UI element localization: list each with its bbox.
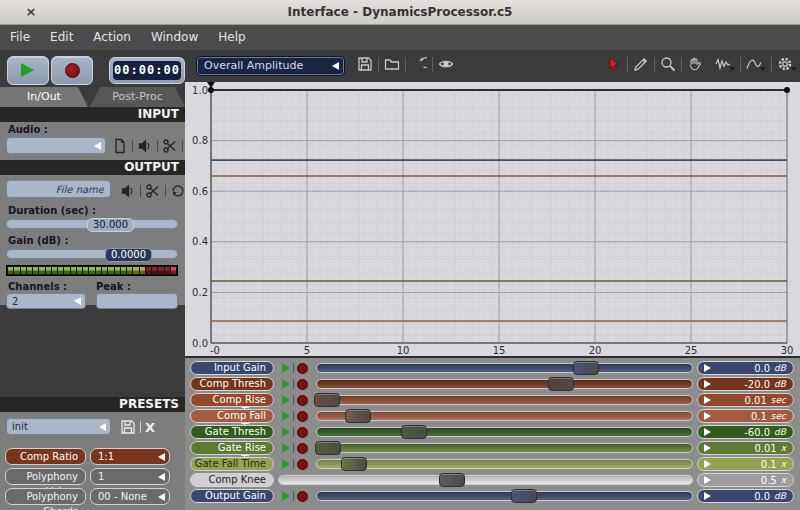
channels-select[interactable]: 2: [6, 293, 86, 309]
param-select-polyphony-voices[interactable]: 1: [90, 468, 170, 485]
menu-item-edit[interactable]: Edit: [40, 25, 83, 50]
audio-select[interactable]: [6, 137, 106, 154]
slider-handle[interactable]: [341, 457, 367, 471]
menu-item-window[interactable]: Window: [141, 25, 208, 50]
record-icon[interactable]: [297, 363, 308, 374]
play-icon[interactable]: [282, 395, 290, 405]
delete-preset-button[interactable]: X: [145, 420, 155, 435]
param-value-gate-fall-time[interactable]: 0.1x: [697, 457, 794, 471]
slider-track[interactable]: [278, 475, 693, 485]
play-icon[interactable]: [282, 443, 290, 453]
slider-handle[interactable]: [548, 377, 574, 391]
param-slider-gate-thresh[interactable]: [316, 425, 693, 439]
amplitude-chart[interactable]: -0510152025300.00.20.40.60.81.0: [185, 82, 800, 358]
param-label-gate-rise-time[interactable]: Gate Rise Time: [190, 441, 274, 455]
param-slider-output-gain[interactable]: [316, 489, 693, 503]
slider-track[interactable]: [316, 411, 693, 421]
param-select-comp-ratio[interactable]: 1:1: [90, 448, 170, 465]
param-slider-gate-fall-time[interactable]: [316, 457, 693, 471]
file-name-field[interactable]: File name: [6, 180, 111, 198]
curve-selector[interactable]: Overall Amplitude: [197, 57, 344, 75]
play-icon[interactable]: [282, 411, 290, 421]
undo-icon[interactable]: [411, 56, 427, 72]
param-label-output-gain[interactable]: Output Gain: [190, 489, 274, 503]
gear-icon[interactable]: [777, 56, 797, 72]
slider-track[interactable]: [316, 443, 693, 453]
hand-icon[interactable]: [687, 56, 703, 72]
speaker-icon[interactable]: [137, 138, 153, 154]
scissors-icon[interactable]: [145, 183, 161, 199]
slider-track[interactable]: [316, 395, 693, 405]
param-value-comp-thresh[interactable]: -20.0dB: [697, 377, 794, 391]
record-button[interactable]: [51, 56, 93, 85]
param-label-gate-thresh[interactable]: Gate Thresh: [190, 425, 274, 439]
file-icon[interactable]: [112, 138, 128, 154]
slider-handle[interactable]: [345, 409, 371, 423]
play-icon[interactable]: [282, 427, 290, 437]
param-slider-gate-rise-time[interactable]: [316, 441, 693, 455]
param-button-polyphony-voices[interactable]: Polyphony Voices: [5, 468, 86, 485]
duration-slider[interactable]: 30.000: [6, 219, 178, 229]
param-button-comp-ratio[interactable]: Comp Ratio: [5, 448, 86, 465]
param-slider-comp-thresh[interactable]: [316, 377, 693, 391]
record-icon[interactable]: [297, 491, 308, 502]
peak-field[interactable]: [96, 293, 178, 309]
record-icon[interactable]: [297, 395, 308, 406]
close-icon[interactable]: ×: [22, 3, 40, 21]
param-label-comp-rise-time[interactable]: Comp Rise Time: [190, 393, 274, 407]
record-icon[interactable]: [297, 379, 308, 390]
param-slider-input-gain[interactable]: [316, 361, 693, 375]
slider-track[interactable]: [316, 491, 693, 501]
folder-icon[interactable]: [384, 56, 400, 72]
menu-item-action[interactable]: Action: [83, 25, 141, 50]
param-value-gate-thresh[interactable]: -60.0dB: [697, 425, 794, 439]
tab-in-out[interactable]: In/Out: [0, 87, 88, 107]
param-value-comp-knee[interactable]: 0.5x: [697, 473, 794, 487]
speaker-icon[interactable]: [120, 183, 136, 199]
data-point[interactable]: [784, 87, 790, 93]
gain-slider[interactable]: 0.0000: [6, 249, 178, 259]
slider-handle[interactable]: [439, 473, 465, 487]
param-label-input-gain[interactable]: Input Gain: [190, 361, 274, 375]
param-slider-comp-knee[interactable]: [278, 473, 693, 487]
save-icon[interactable]: [120, 419, 136, 435]
slider-track[interactable]: [316, 363, 693, 373]
scissors-icon[interactable]: [162, 138, 178, 154]
record-icon[interactable]: [297, 411, 308, 422]
slider-handle[interactable]: [573, 361, 599, 375]
play-button[interactable]: [7, 56, 49, 85]
preset-select[interactable]: init: [6, 418, 111, 435]
save-icon[interactable]: [357, 56, 373, 72]
slider-track[interactable]: [316, 427, 693, 437]
record-icon[interactable]: [297, 459, 308, 470]
play-icon[interactable]: [282, 363, 290, 373]
param-select-polyphony-chords[interactable]: 00 - None: [90, 488, 170, 505]
envelope-icon[interactable]: [746, 56, 766, 72]
param-label-comp-knee[interactable]: Comp Knee: [190, 473, 274, 487]
param-value-output-gain[interactable]: 0.0dB: [697, 489, 794, 503]
param-value-comp-rise-time[interactable]: 0.01sec: [697, 393, 794, 407]
play-icon[interactable]: [282, 379, 290, 389]
slider-track[interactable]: [316, 459, 693, 469]
play-icon[interactable]: [282, 459, 290, 469]
zoom-icon[interactable]: [660, 56, 676, 72]
cursor-icon[interactable]: [606, 56, 622, 72]
param-value-gate-rise-time[interactable]: 0.01x: [697, 441, 794, 455]
slider-handle[interactable]: [401, 425, 427, 439]
pencil-icon[interactable]: [633, 56, 649, 72]
waveform-icon[interactable]: [715, 56, 735, 72]
param-value-input-gain[interactable]: 0.0dB: [697, 361, 794, 375]
slider-handle[interactable]: [314, 393, 340, 407]
menu-item-file[interactable]: File: [0, 25, 40, 50]
eye-icon[interactable]: [438, 56, 454, 72]
loop-icon[interactable]: [170, 183, 186, 199]
param-slider-comp-fall-time[interactable]: [316, 409, 693, 423]
param-label-comp-thresh[interactable]: Comp Thresh: [190, 377, 274, 391]
param-value-comp-fall-time[interactable]: 0.1sec: [697, 409, 794, 423]
play-icon[interactable]: [282, 491, 290, 501]
record-icon[interactable]: [297, 427, 308, 438]
menu-item-help[interactable]: Help: [208, 25, 255, 50]
tab-post-proc[interactable]: Post-Proc: [90, 87, 185, 107]
slider-handle[interactable]: [511, 489, 537, 503]
param-button-polyphony-chords[interactable]: Polyphony Chords: [5, 488, 86, 505]
